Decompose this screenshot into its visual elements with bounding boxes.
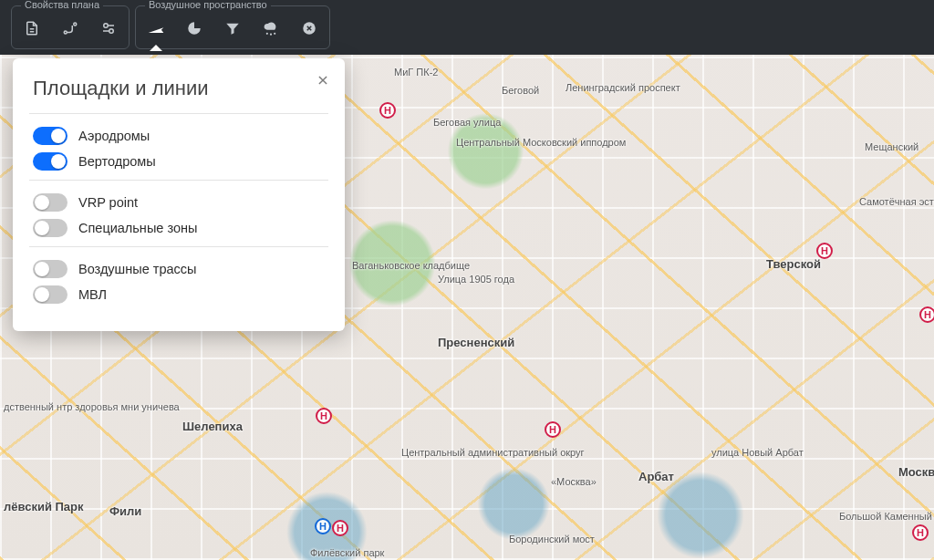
helipad-marker[interactable]: [316, 408, 332, 424]
svg-point-2: [104, 24, 109, 28]
helipad-marker[interactable]: [545, 421, 561, 438]
toolbar-group-airspace-label: Воздушное пространство: [145, 0, 271, 10]
toggle-label: МВЛ: [78, 287, 107, 302]
helipad-marker[interactable]: [816, 243, 833, 259]
areas-and-lines-panel: Площадки и линии АэродромыВертодромыVRP …: [13, 58, 345, 331]
toggle-label: Специальные зоны: [78, 221, 197, 235]
plan-settings-icon[interactable]: [96, 16, 121, 41]
toggle-row-aerodromes: Аэродромы: [33, 127, 325, 145]
toggle-row-airways: Воздушные трассы: [33, 260, 325, 278]
svg-point-0: [64, 31, 67, 34]
toolbar-group-airspace: Воздушное пространство: [135, 5, 330, 49]
airspace-filter-icon[interactable]: [220, 16, 245, 41]
toolbar-group-plan-label: Свойства плана: [21, 0, 103, 10]
panel-title: Площадки и линии: [33, 77, 325, 100]
toggle-helipads[interactable]: [33, 152, 67, 171]
toggle-label: Воздушные трассы: [78, 262, 196, 276]
plan-document-icon[interactable]: [19, 16, 45, 41]
plan-route-icon[interactable]: [57, 16, 83, 41]
svg-point-1: [74, 23, 77, 26]
toggle-vrp_point[interactable]: [33, 193, 67, 212]
svg-point-6: [274, 33, 275, 35]
svg-point-5: [270, 34, 272, 36]
divider: [29, 180, 328, 181]
airspace-pie-icon[interactable]: [182, 16, 207, 41]
toggle-label: Аэродромы: [78, 129, 150, 143]
svg-point-4: [266, 33, 268, 35]
airspace-areas-icon[interactable]: [143, 16, 169, 41]
toggle-mvl[interactable]: [33, 285, 67, 304]
helipad-marker[interactable]: [919, 306, 934, 323]
toggle-row-mvl: МВЛ: [33, 285, 325, 304]
helipad-marker[interactable]: [315, 518, 331, 534]
top-toolbar: Свойства плана Воздушное пространство: [0, 0, 934, 55]
toggle-label: VRP point: [78, 195, 138, 210]
divider: [29, 113, 328, 114]
helipad-marker[interactable]: [379, 102, 396, 119]
helipad-marker[interactable]: [332, 520, 348, 536]
toggle-row-special_zones: Специальные зоны: [33, 219, 325, 237]
divider: [29, 246, 328, 247]
toggle-label: Вертодромы: [78, 154, 156, 169]
toggle-row-helipads: Вертодромы: [33, 152, 325, 171]
toolbar-group-plan: Свойства плана: [11, 5, 130, 49]
toggle-row-vrp_point: VRP point: [33, 193, 325, 212]
svg-point-3: [109, 29, 114, 34]
close-icon[interactable]: [312, 69, 334, 91]
airspace-weather-icon[interactable]: [258, 16, 284, 41]
toggle-airways[interactable]: [33, 260, 67, 278]
toggle-aerodromes[interactable]: [33, 127, 67, 145]
helipad-marker[interactable]: [912, 524, 929, 541]
airspace-clear-icon[interactable]: [296, 16, 322, 41]
toggle-special_zones[interactable]: [33, 219, 67, 237]
